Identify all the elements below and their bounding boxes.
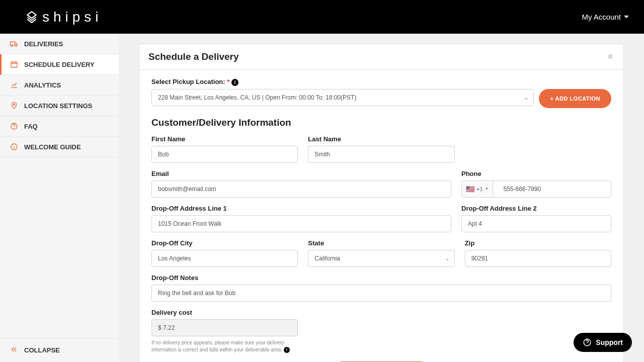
card-header: Schedule a Delivery (139, 44, 623, 70)
tooltip-icon[interactable]: i (284, 347, 290, 353)
main-content: Schedule a Delivery Select Pickup Locati… (119, 34, 644, 362)
zip-label: Zip (465, 239, 611, 247)
logo-text: shipsi (42, 9, 103, 25)
sidebar-item-label: FAQ (24, 123, 38, 130)
logo: shipsi (25, 9, 103, 25)
svg-point-4 (13, 104, 15, 105)
svg-rect-3 (11, 62, 17, 67)
collapse-card-icon[interactable] (606, 52, 614, 62)
svg-rect-0 (11, 42, 15, 45)
truck-icon (10, 40, 18, 48)
sidebar-item-analytics[interactable]: ANALYTICS (0, 75, 119, 96)
last-name-label: Last Name (308, 135, 454, 143)
tooltip-icon[interactable]: i (231, 79, 238, 86)
phone-input[interactable] (493, 181, 611, 197)
logo-icon (25, 11, 38, 24)
city-input[interactable] (151, 250, 298, 267)
phone-code-value: +1 (476, 186, 483, 192)
svg-point-2 (16, 45, 17, 47)
add-location-button[interactable]: + ADD LOCATION (539, 89, 611, 108)
first-name-label: First Name (151, 135, 298, 143)
phone-label: Phone (461, 170, 611, 177)
chart-icon (10, 81, 18, 89)
pickup-select-input[interactable] (151, 89, 534, 106)
card-title: Schedule a Delivery (148, 51, 239, 62)
caret-down-icon (624, 16, 629, 18)
last-name-input[interactable] (308, 146, 454, 163)
cost-label: Delivery cost (151, 309, 298, 316)
calendar-icon (10, 60, 18, 68)
zip-input[interactable] (465, 250, 611, 267)
first-name-input[interactable] (151, 146, 298, 163)
addr1-label: Drop-Off Address Line 1 (151, 205, 451, 212)
cost-display (151, 319, 298, 336)
phone-country-select[interactable]: 🇺🇸 +1 ▼ (462, 181, 493, 197)
info-icon (10, 143, 18, 151)
sidebar-item-label: WELCOME GUIDE (24, 143, 81, 151)
help-icon (583, 338, 592, 347)
email-label: Email (151, 170, 451, 177)
sidebar-item-welcome[interactable]: WELCOME GUIDE (0, 137, 119, 157)
notes-input[interactable] (151, 285, 611, 302)
section-title: Customer/Delivery Information (151, 117, 611, 128)
svg-point-1 (12, 45, 13, 47)
cost-hint: If no delivery price appears, please mak… (151, 339, 298, 353)
sidebar-item-label: DELIVERIES (24, 40, 63, 48)
flag-us-icon: 🇺🇸 (466, 185, 474, 193)
state-select-input[interactable] (308, 250, 454, 267)
addr1-input[interactable] (151, 215, 451, 232)
state-label: State (308, 239, 454, 247)
caret-down-icon: ▼ (485, 187, 489, 191)
notes-label: Drop-Off Notes (151, 274, 611, 282)
state-select[interactable]: ⌄ (308, 250, 454, 267)
sidebar-item-location[interactable]: LOCATION SETTINGS (0, 96, 119, 116)
support-button[interactable]: Support (574, 333, 632, 352)
required-star: * (227, 78, 229, 85)
account-label: My Account (582, 13, 621, 21)
pickup-label: Select Pickup Location: * i (151, 78, 611, 86)
email-input[interactable] (151, 180, 451, 198)
pickup-select[interactable]: ⌄ (151, 89, 534, 106)
question-icon (10, 122, 18, 130)
sidebar-item-deliveries[interactable]: DELIVERIES (0, 34, 119, 54)
support-label: Support (596, 338, 623, 346)
sidebar-item-label: SCHEDULE DELIVERY (24, 61, 95, 68)
phone-field: 🇺🇸 +1 ▼ (461, 180, 611, 198)
collapse-button[interactable]: COLLAPSE (0, 338, 119, 362)
chevron-left-icon (10, 345, 18, 355)
city-label: Drop-Off City (151, 239, 298, 247)
schedule-card: Schedule a Delivery Select Pickup Locati… (139, 44, 624, 362)
sidebar: DELIVERIES SCHEDULE DELIVERY ANALYTICS L… (0, 34, 119, 362)
sidebar-item-label: ANALYTICS (24, 81, 61, 89)
pin-icon (10, 102, 18, 110)
addr2-label: Drop-Off Address Line 2 (461, 205, 611, 212)
addr2-input[interactable] (461, 215, 611, 232)
account-menu[interactable]: My Account (582, 13, 629, 21)
app-header: shipsi My Account (0, 0, 644, 34)
sidebar-item-faq[interactable]: FAQ (0, 116, 119, 137)
collapse-label: COLLAPSE (24, 346, 60, 354)
sidebar-item-label: LOCATION SETTINGS (24, 102, 93, 110)
sidebar-item-schedule[interactable]: SCHEDULE DELIVERY (0, 54, 119, 75)
